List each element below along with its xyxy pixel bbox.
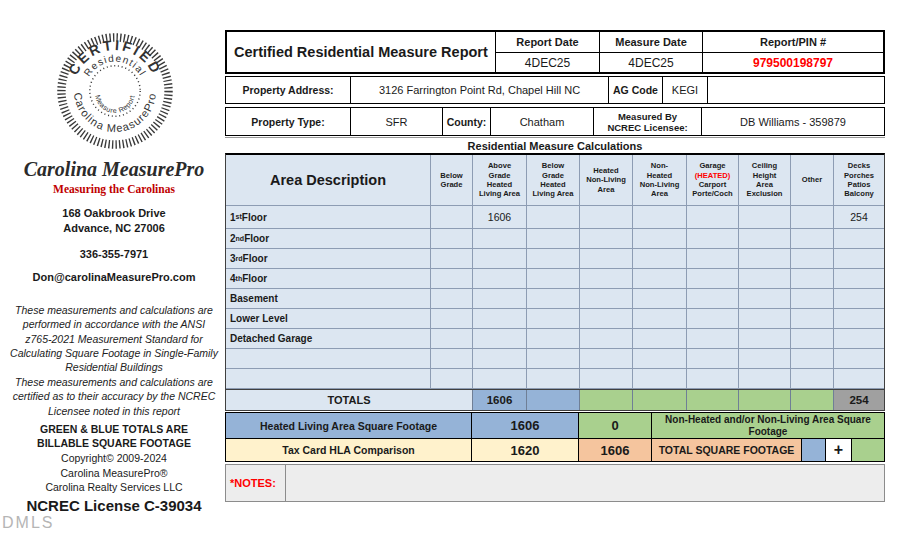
report-page: CERTIFIED Residential Measure Report Car… [0, 0, 900, 546]
value-cell [739, 229, 791, 249]
value-cell [633, 369, 687, 389]
value-cell [633, 249, 687, 269]
row-label: Detached Garage [226, 329, 431, 349]
totals-heated-nonliving [580, 390, 633, 410]
nonliving-value: 0 [579, 413, 652, 438]
value-cell [791, 206, 834, 229]
value-cell [739, 289, 791, 309]
totals-below-grade [527, 390, 580, 410]
notes-section: *NOTES: [225, 464, 885, 502]
heated-summary-row: Heated Living Area Square Footage 1606 0… [226, 413, 884, 439]
address-line1: 168 Oakbrook Drive [0, 206, 228, 221]
value-cell [473, 369, 527, 389]
value-cell [580, 369, 633, 389]
table-row: 3rd Floor [226, 249, 884, 269]
value-cell [834, 269, 884, 289]
value-cell [739, 349, 791, 369]
value-cell [791, 249, 834, 269]
notes-label: *NOTES: [226, 465, 286, 501]
property-type-value: SFR [351, 108, 443, 135]
value-cell [527, 309, 580, 329]
legend-green-swatch [852, 439, 884, 461]
row-label: 4th Floor [226, 269, 431, 289]
table-row: 1st Floor1606254 [226, 206, 884, 229]
value-cell [739, 249, 791, 269]
property-address-row: Property Address: 3126 Farrington Point … [225, 76, 885, 104]
value-cell [687, 329, 739, 349]
value-cell [580, 349, 633, 369]
disclaimer-certified: These measurements and calculations are … [9, 375, 219, 418]
company-address: 168 Oakbrook Drive Advance, NC 27006 [0, 206, 228, 236]
dmls-watermark: DMLS [2, 514, 54, 532]
value-cell [431, 229, 473, 249]
value-cell [633, 309, 687, 329]
value-cell [834, 229, 884, 249]
value-cell [580, 206, 633, 229]
totals-ceiling [739, 390, 791, 410]
value-cell: 254 [834, 206, 884, 229]
totals-decks: 254 [834, 390, 884, 410]
copyright-block: Copyright© 2009-2024 Carolina MeasurePro… [0, 451, 228, 495]
report-date-label: Report Date [496, 32, 600, 53]
area-description-header: Area Description [226, 155, 431, 206]
measured-by-value: DB Williams - 359879 [702, 108, 884, 135]
value-cell [473, 289, 527, 309]
table-row [226, 369, 884, 389]
property-address-value: 3126 Farrington Point Rd, Chapel Hill NC [351, 77, 609, 103]
totals-row: TOTALS 1606 254 [226, 389, 884, 410]
value-cell [791, 269, 834, 289]
table-row: Detached Garage [226, 329, 884, 349]
copyright-line1: Copyright© 2009-2024 [0, 451, 228, 466]
value-cell [473, 269, 527, 289]
company-phone: 336-355-7971 [0, 248, 228, 260]
value-cell [431, 269, 473, 289]
measure-date-value: 4DEC25 [600, 53, 703, 72]
sidebar: CERTIFIED Residential Measure Report Car… [0, 0, 228, 546]
value-cell [527, 206, 580, 229]
column-header: BelowGradeHeatedLiving Area [527, 155, 580, 206]
value-cell [473, 249, 527, 269]
column-header: Other [791, 155, 834, 206]
table-row: 2nd Floor [226, 229, 884, 249]
column-header: Garage(HEATED)CarportPorte/Coch [687, 155, 739, 206]
value-cell [687, 269, 739, 289]
pin-label: Report/PIN # [703, 32, 883, 53]
value-cell [431, 329, 473, 349]
column-header: BelowGrade [431, 155, 473, 206]
copyright-line2: Carolina MeasurePro® [0, 466, 228, 481]
value-cell [834, 289, 884, 309]
row-label: 3rd Floor [226, 249, 431, 269]
value-cell [834, 349, 884, 369]
value-cell [431, 206, 473, 229]
hla-value: 1606 [472, 413, 579, 438]
column-header: DecksPorchesPatiosBalcony [834, 155, 884, 206]
value-cell [580, 249, 633, 269]
row-label [226, 349, 431, 369]
tax-card-value: 1620 [472, 439, 579, 461]
total-sqft-label: TOTAL SQUARE FOOTAGE [652, 439, 802, 461]
legend-blue-swatch [802, 439, 826, 461]
value-cell [580, 309, 633, 329]
value-cell [687, 349, 739, 369]
totals-other [791, 390, 834, 410]
copyright-line3: Carolina Realty Services LLC [0, 480, 228, 495]
column-header: HeatedNon-LivingArea [580, 155, 633, 206]
value-cell [527, 269, 580, 289]
row-label: Lower Level [226, 309, 431, 329]
value-cell [739, 369, 791, 389]
totals-above-grade: 1606 [473, 390, 527, 410]
value-cell [473, 309, 527, 329]
hla-label: Heated Living Area Square Footage [226, 413, 472, 438]
table-row: 4th Floor [226, 269, 884, 289]
property-type-label: Property Type: [226, 108, 351, 135]
column-header: Non-HeatedNon-LivingArea [633, 155, 687, 206]
value-cell [431, 249, 473, 269]
ag-code-label: AG Code [609, 77, 663, 103]
measured-by-label: Measured By NCREC Licensee: [594, 108, 702, 135]
value-cell [527, 249, 580, 269]
value-cell [633, 206, 687, 229]
certified-stamp-icon: CERTIFIED Residential Measure Report Car… [52, 28, 178, 154]
ag-code-extra [708, 77, 884, 103]
page-title: Certified Residential Measure Report [227, 32, 496, 72]
value-cell [473, 329, 527, 349]
